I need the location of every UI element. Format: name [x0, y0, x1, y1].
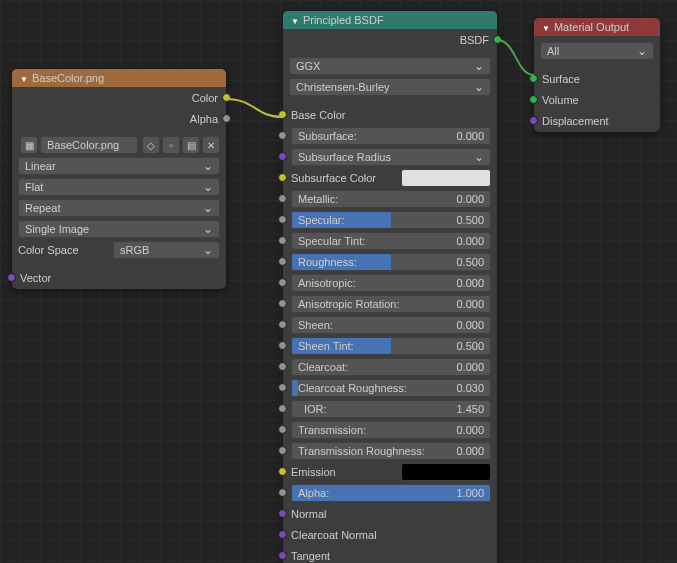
- output-label: BSDF: [460, 34, 489, 46]
- param-metallic: Metallic:0.000: [283, 189, 497, 209]
- socket-clearcoat_normal-in[interactable]: [278, 530, 287, 539]
- socket-sheen-in[interactable]: [278, 320, 287, 329]
- socket-specular_tint-in[interactable]: [278, 236, 287, 245]
- socket-bsdf-out[interactable]: [493, 35, 502, 44]
- param-label: Emission: [291, 466, 336, 478]
- socket-transmission-in[interactable]: [278, 425, 287, 434]
- interpolation-dropdown[interactable]: Linear: [18, 157, 220, 175]
- node-header[interactable]: Principled BSDF: [283, 11, 497, 29]
- socket-subsurface-in[interactable]: [278, 131, 287, 140]
- fake-user-icon[interactable]: ◇: [142, 136, 160, 154]
- output-alpha-row: Alpha: [12, 109, 226, 129]
- extension-dropdown[interactable]: Repeat: [18, 199, 220, 217]
- colorspace-row: Color Space sRGB: [18, 240, 220, 260]
- param-label: Subsurface Color: [291, 172, 376, 184]
- node-title: BaseColor.png: [32, 72, 104, 84]
- projection-dropdown[interactable]: Flat: [18, 178, 220, 196]
- socket-roughness-in[interactable]: [278, 257, 287, 266]
- param-label: Normal: [291, 508, 326, 520]
- socket-specular-in[interactable]: [278, 215, 287, 224]
- node-image-texture[interactable]: BaseColor.png Color Alpha ▦ BaseColor.pn…: [12, 69, 226, 289]
- socket-volume-in[interactable]: [529, 95, 538, 104]
- distribution-dropdown[interactable]: GGX: [289, 57, 491, 75]
- param-subsurface: Subsurface:0.000: [283, 126, 497, 146]
- socket-vector-in[interactable]: [7, 273, 16, 282]
- param-anisotropic_rotation: Anisotropic Rotation:0.000: [283, 294, 497, 314]
- image-file-field[interactable]: BaseColor.png: [40, 136, 138, 154]
- socket-alpha-in[interactable]: [278, 488, 287, 497]
- socket-subsurface_radius-in[interactable]: [278, 152, 287, 161]
- open-image-icon[interactable]: ▤: [182, 136, 200, 154]
- node-principled-bsdf[interactable]: Principled BSDF BSDF GGX Christensen-Bur…: [283, 11, 497, 563]
- node-header[interactable]: Material Output: [534, 18, 660, 36]
- socket-displacement-in[interactable]: [529, 116, 538, 125]
- socket-transmission_roughness-in[interactable]: [278, 446, 287, 455]
- node-material-output[interactable]: Material Output All SurfaceVolumeDisplac…: [534, 18, 660, 132]
- socket-ior-in[interactable]: [278, 404, 287, 413]
- param-label: Base Color: [291, 109, 345, 121]
- socket-alpha-out[interactable]: [222, 114, 231, 123]
- source-dropdown[interactable]: Single Image: [18, 220, 220, 238]
- input-label: Displacement: [542, 115, 609, 127]
- param-normal: Normal: [283, 504, 497, 524]
- output-label: Alpha: [190, 113, 218, 125]
- new-image-icon[interactable]: ▫: [162, 136, 180, 154]
- metallic-slider[interactable]: Metallic:0.000: [291, 190, 491, 208]
- anisotropic-slider[interactable]: Anisotropic:0.000: [291, 274, 491, 292]
- socket-emission-in[interactable]: [278, 467, 287, 476]
- socket-clearcoat-in[interactable]: [278, 362, 287, 371]
- socket-sheen_tint-in[interactable]: [278, 341, 287, 350]
- output-target-dropdown[interactable]: All: [540, 42, 654, 60]
- alpha-slider[interactable]: Alpha:1.000: [291, 484, 491, 502]
- input-label: Volume: [542, 94, 579, 106]
- transmission-slider[interactable]: Transmission:0.000: [291, 421, 491, 439]
- subsurface_color-swatch[interactable]: [401, 169, 491, 187]
- sheen_tint-slider[interactable]: Sheen Tint:0.500: [291, 337, 491, 355]
- param-transmission: Transmission:0.000: [283, 420, 497, 440]
- param-label: Tangent: [291, 550, 330, 562]
- socket-clearcoat_roughness-in[interactable]: [278, 383, 287, 392]
- sss-method-dropdown[interactable]: Christensen-Burley: [289, 78, 491, 96]
- input-volume: Volume: [534, 90, 660, 110]
- emission-swatch[interactable]: [401, 463, 491, 481]
- input-displacement: Displacement: [534, 111, 660, 131]
- clearcoat-slider[interactable]: Clearcoat:0.000: [291, 358, 491, 376]
- unlink-icon[interactable]: ✕: [202, 136, 220, 154]
- socket-normal-in[interactable]: [278, 509, 287, 518]
- socket-subsurface_color-in[interactable]: [278, 173, 287, 182]
- colorspace-dropdown[interactable]: sRGB: [113, 241, 220, 259]
- roughness-slider[interactable]: Roughness:0.500: [291, 253, 491, 271]
- param-subsurface_radius: Subsurface Radius: [283, 147, 497, 167]
- param-sheen_tint: Sheen Tint:0.500: [283, 336, 497, 356]
- sheen-slider[interactable]: Sheen:0.000: [291, 316, 491, 334]
- param-clearcoat_roughness: Clearcoat Roughness:0.030: [283, 378, 497, 398]
- node-title: Principled BSDF: [303, 14, 384, 26]
- socket-surface-in[interactable]: [529, 74, 538, 83]
- socket-color-out[interactable]: [222, 93, 231, 102]
- subsurface-slider[interactable]: Subsurface:0.000: [291, 127, 491, 145]
- socket-tangent-in[interactable]: [278, 551, 287, 560]
- param-ior: IOR:1.450: [283, 399, 497, 419]
- socket-anisotropic_rotation-in[interactable]: [278, 299, 287, 308]
- anisotropic_rotation-slider[interactable]: Anisotropic Rotation:0.000: [291, 295, 491, 313]
- node-header[interactable]: BaseColor.png: [12, 69, 226, 87]
- socket-metallic-in[interactable]: [278, 194, 287, 203]
- param-roughness: Roughness:0.500: [283, 252, 497, 272]
- param-clearcoat: Clearcoat:0.000: [283, 357, 497, 377]
- colorspace-label: Color Space: [18, 244, 113, 256]
- input-label: Vector: [20, 272, 51, 284]
- clearcoat_roughness-slider[interactable]: Clearcoat Roughness:0.030: [291, 379, 491, 397]
- ior-slider[interactable]: IOR:1.450: [291, 400, 491, 418]
- subsurface_radius-dropdown[interactable]: Subsurface Radius: [291, 148, 491, 166]
- input-surface: Surface: [534, 69, 660, 89]
- image-icon[interactable]: ▦: [20, 136, 38, 154]
- socket-base_color-in[interactable]: [278, 110, 287, 119]
- param-base_color: Base Color: [283, 105, 497, 125]
- param-specular: Specular:0.500: [283, 210, 497, 230]
- output-label: Color: [192, 92, 218, 104]
- specular_tint-slider[interactable]: Specular Tint:0.000: [291, 232, 491, 250]
- transmission_roughness-slider[interactable]: Transmission Roughness:0.000: [291, 442, 491, 460]
- socket-anisotropic-in[interactable]: [278, 278, 287, 287]
- param-sheen: Sheen:0.000: [283, 315, 497, 335]
- specular-slider[interactable]: Specular:0.500: [291, 211, 491, 229]
